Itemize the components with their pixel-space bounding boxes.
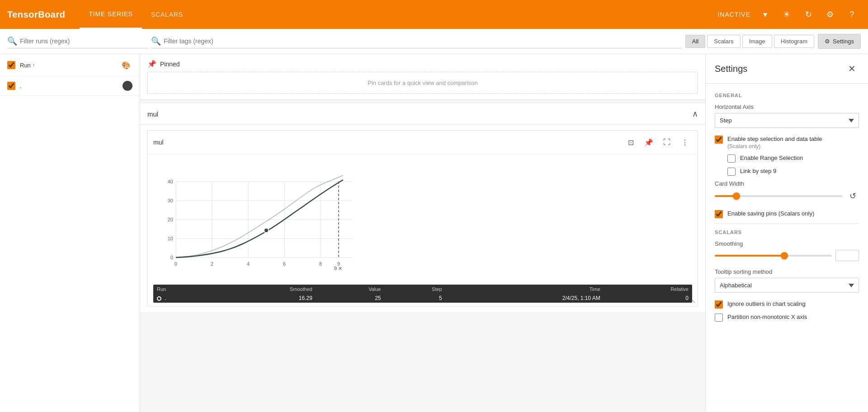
svg-text:6: 6	[283, 261, 286, 267]
tags-filter-area: 🔍 All Scalars Image Histogram ⚙ Settings	[151, 34, 861, 49]
nav-link-scalars[interactable]: SCALARS	[142, 0, 192, 29]
svg-text:20: 20	[168, 217, 173, 222]
tooltip-smoothed: 16.29	[211, 294, 316, 303]
enable-saving-pins-checkbox[interactable]	[715, 210, 723, 218]
chart-area: 0 10 20 30 40 0 2 4 6 8	[148, 154, 698, 285]
group-collapse-btn[interactable]: ∧	[692, 109, 698, 119]
card-width-field: Card Width ↺	[715, 180, 859, 202]
topnav: TensorBoard TIME SERIES SCALARS INACTIVE…	[0, 0, 868, 29]
sidebar: Run ↑ 🎨 .	[0, 54, 140, 412]
status-dropdown-btn[interactable]: ▾	[756, 5, 774, 23]
enable-step-selection-sublabel: (Scalars only)	[727, 143, 822, 150]
link-by-step-checkbox[interactable]	[727, 168, 736, 176]
nav-link-time-series[interactable]: TIME SERIES	[80, 0, 142, 29]
tooltip-run-dot	[157, 296, 161, 301]
expand-chart-btn[interactable]: ⊡	[623, 135, 638, 150]
card-width-slider[interactable]	[715, 195, 843, 197]
chart-tooltip: Run Smoothed Value Step Time Relative	[153, 285, 692, 303]
refresh-icon[interactable]: ↻	[799, 5, 817, 23]
pinned-title: Pinned	[160, 61, 180, 68]
content-area: 📌 Pinned Pin cards for a quick view and …	[140, 54, 705, 412]
pin-icon: 📌	[147, 60, 156, 68]
smoothing-slider[interactable]	[715, 255, 832, 257]
main-layout: Run ↑ 🎨 . 📌 Pinned Pin cards for a quick…	[0, 54, 868, 412]
ignore-outliers-row: Ignore outliers in chart scaling	[715, 300, 859, 309]
svg-text:4: 4	[247, 261, 250, 267]
filterbar: 🔍 🔍 All Scalars Image Histogram ⚙ Settin…	[0, 29, 868, 54]
settings-close-btn[interactable]: ✕	[844, 61, 859, 76]
tooltip-col-run: Run	[153, 285, 211, 294]
enable-step-selection-label: Enable step selection and data table	[727, 135, 822, 143]
scalars-section-title: SCALARS	[715, 229, 859, 235]
tooltip-sorting-label: Tooltip sorting method	[715, 268, 859, 275]
enable-step-selection-checkbox[interactable]	[715, 136, 723, 144]
resize-handle[interactable]: ⤡	[691, 298, 696, 304]
pinned-section: 📌 Pinned Pin cards for a quick view and …	[140, 54, 705, 100]
run-color-btn-0[interactable]: 🎨	[120, 59, 132, 71]
fullscreen-chart-btn[interactable]: ⛶	[660, 135, 674, 150]
partition-x-checkbox[interactable]	[715, 314, 723, 322]
settings-btn-label: Settings	[833, 38, 854, 45]
settings-btn-icon: ⚙	[825, 38, 830, 45]
chart-svg: 0 10 20 30 40 0 2 4 6 8	[153, 158, 357, 285]
pinned-empty-message: Pin cards for a quick view and compariso…	[147, 72, 698, 94]
chart-card-header: mul ⊡ 📌 ⛶ ⋮	[148, 131, 698, 154]
svg-text:40: 40	[168, 179, 173, 184]
settings-panel-header: Settings ✕	[706, 54, 868, 84]
tags-filter-input-container: 🔍	[151, 34, 682, 48]
theme-icon[interactable]: ☀	[778, 5, 796, 23]
tab-histogram[interactable]: Histogram	[774, 35, 814, 48]
ignore-outliers-checkbox[interactable]	[715, 300, 723, 309]
tooltip-time: 2/4/25, 1:10 AM	[446, 294, 604, 303]
tooltip-col-relative: Relative	[604, 285, 692, 294]
run-checkbox-1[interactable]	[7, 82, 15, 90]
tooltip-run: .	[153, 294, 211, 303]
settings-divider	[715, 224, 859, 224]
smoothing-row: 0.6	[715, 250, 859, 261]
svg-text:30: 30	[168, 198, 173, 203]
card-width-label: Card Width	[715, 180, 859, 187]
chart-actions: ⊡ 📌 ⛶ ⋮	[623, 135, 692, 150]
horizontal-axis-label: Horizontal Axis	[715, 103, 859, 110]
smoothing-value-input[interactable]: 0.6	[835, 250, 859, 261]
svg-text:9 ✕: 9 ✕	[334, 266, 342, 271]
partition-x-row: Partition non-monotonic X axis	[715, 313, 859, 322]
tooltip-sorting-select[interactable]: Alphabetical Ascending Descending Defaul…	[715, 278, 859, 293]
enable-range-selection-checkbox[interactable]	[727, 154, 736, 163]
tooltip-relative: 0	[604, 294, 692, 303]
group-header: mul ∧	[140, 103, 705, 125]
settings-icon[interactable]: ⚙	[821, 5, 839, 23]
svg-text:2: 2	[211, 261, 213, 267]
horizontal-axis-field: Horizontal Axis Step Relative Wall	[715, 103, 859, 128]
nav-links: TIME SERIES SCALARS	[80, 0, 192, 29]
group-section: mul ∧ mul ⊡ 📌 ⛶ ⋮	[140, 103, 705, 312]
settings-panel: Settings ✕ GENERAL Horizontal Axis Step …	[705, 54, 868, 412]
svg-text:10: 10	[168, 236, 173, 241]
more-options-btn[interactable]: ⋮	[678, 135, 692, 150]
smoothing-label: Smoothing	[715, 240, 859, 247]
runs-filter-input[interactable]	[20, 37, 147, 45]
link-by-step-row: Link by step 9	[727, 167, 859, 176]
enable-saving-pins-row: Enable saving pins (Scalars only)	[715, 210, 859, 218]
group-title: mul	[147, 110, 692, 118]
tab-image[interactable]: Image	[742, 35, 772, 48]
tooltip-row: . 16.29 25 5 2/4/25, 1:10 AM 0	[153, 294, 692, 303]
tab-scalars[interactable]: Scalars	[707, 35, 740, 48]
tooltip-sorting-field: Tooltip sorting method Alphabetical Asce…	[715, 268, 859, 293]
card-width-reset-btn[interactable]: ↺	[846, 190, 859, 202]
smoothing-field: Smoothing 0.6	[715, 240, 859, 261]
run-checkbox-0[interactable]	[7, 61, 15, 69]
horizontal-axis-select[interactable]: Step Relative Wall	[715, 113, 859, 128]
tooltip-step: 5	[384, 294, 445, 303]
settings-button[interactable]: ⚙ Settings	[818, 34, 861, 49]
pin-chart-btn[interactable]: 📌	[642, 135, 656, 150]
tooltip-col-smoothed: Smoothed	[211, 285, 316, 294]
tab-all[interactable]: All	[685, 35, 705, 48]
run-label-1: .	[20, 83, 118, 89]
help-icon[interactable]: ?	[843, 5, 861, 23]
tags-filter-input[interactable]	[164, 37, 682, 45]
run-color-dot-1[interactable]	[123, 81, 132, 91]
enable-saving-pins-label: Enable saving pins (Scalars only)	[727, 210, 814, 218]
svg-text:0: 0	[170, 255, 173, 260]
general-section-title: GENERAL	[715, 93, 859, 98]
